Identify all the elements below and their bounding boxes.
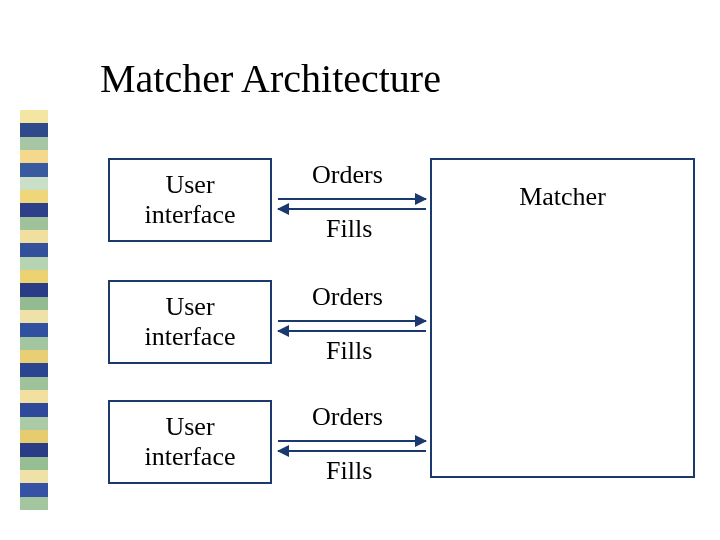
arrow-left-1 (278, 208, 426, 210)
sidebar-stripe (20, 337, 48, 350)
sidebar-stripe (20, 163, 48, 176)
arrow-right-2 (278, 320, 426, 322)
sidebar-stripe (20, 283, 48, 296)
arrow-left-2 (278, 330, 426, 332)
sidebar-stripe (20, 190, 48, 203)
user-interface-box-3: Userinterface (108, 400, 272, 484)
slide-title: Matcher Architecture (100, 55, 441, 102)
sidebar-stripe (20, 270, 48, 283)
sidebar-stripe (20, 137, 48, 150)
sidebar-stripe (20, 257, 48, 270)
user-interface-label: Userinterface (145, 170, 236, 230)
orders-label-1: Orders (312, 160, 383, 190)
sidebar-stripe (20, 323, 48, 336)
sidebar-stripe (20, 470, 48, 483)
sidebar-stripe (20, 377, 48, 390)
sidebar-stripe (20, 297, 48, 310)
sidebar-stripe (20, 430, 48, 443)
sidebar-stripe (20, 390, 48, 403)
orders-label-3: Orders (312, 402, 383, 432)
matcher-box: Matcher (430, 158, 695, 478)
user-interface-label: Userinterface (145, 412, 236, 472)
sidebar-stripe (20, 203, 48, 216)
sidebar-stripe (20, 457, 48, 470)
matcher-label: Matcher (519, 182, 606, 212)
sidebar-stripe (20, 417, 48, 430)
sidebar-stripe (20, 443, 48, 456)
arrow-right-3 (278, 440, 426, 442)
sidebar-stripe (20, 243, 48, 256)
user-interface-label: Userinterface (145, 292, 236, 352)
sidebar-stripe (20, 350, 48, 363)
orders-label-2: Orders (312, 282, 383, 312)
fills-label-2: Fills (326, 336, 372, 366)
sidebar-stripe (20, 403, 48, 416)
sidebar-stripe (20, 217, 48, 230)
user-interface-box-2: Userinterface (108, 280, 272, 364)
sidebar-stripe (20, 363, 48, 376)
sidebar-stripe (20, 177, 48, 190)
sidebar-stripe (20, 483, 48, 496)
sidebar-stripe (20, 150, 48, 163)
arrow-right-1 (278, 198, 426, 200)
sidebar-stripe (20, 110, 48, 123)
sidebar-stripe (20, 230, 48, 243)
sidebar-stripe (20, 310, 48, 323)
fills-label-1: Fills (326, 214, 372, 244)
user-interface-box-1: Userinterface (108, 158, 272, 242)
decorative-sidebar (20, 110, 48, 510)
sidebar-stripe (20, 497, 48, 510)
arrow-left-3 (278, 450, 426, 452)
sidebar-stripe (20, 123, 48, 136)
fills-label-3: Fills (326, 456, 372, 486)
